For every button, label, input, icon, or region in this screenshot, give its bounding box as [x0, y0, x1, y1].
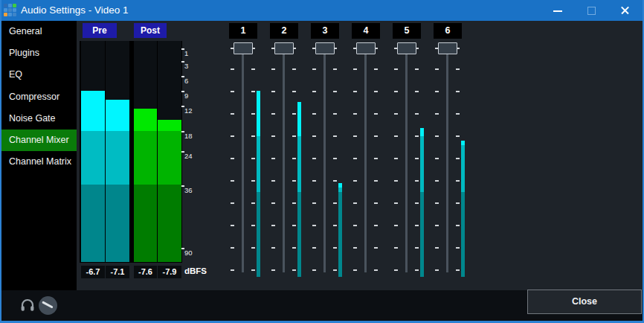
post-meter-column-2 — [158, 41, 181, 262]
channel-number-badge: 1 — [229, 23, 257, 39]
scale-tick-icon — [181, 61, 184, 63]
sidebar-item-compressor[interactable]: Compressor — [1, 86, 77, 108]
post-meter-column-1 — [134, 41, 157, 262]
tick-mark — [333, 91, 337, 92]
sidebar-item-eq[interactable]: EQ — [1, 64, 77, 86]
channel-strip-6: 6 — [428, 0, 468, 290]
minimize-icon — [553, 10, 562, 12]
tick-mark — [251, 113, 255, 115]
tick-mark — [292, 247, 296, 249]
tick-mark — [333, 180, 337, 182]
tick-mark — [456, 269, 460, 271]
fader-track[interactable] — [364, 48, 367, 272]
tick-mark — [394, 180, 398, 182]
title-bar[interactable]: Audio Settings - Video 1 — [0, 0, 644, 21]
tick-mark — [435, 158, 439, 159]
tick-mark — [271, 247, 275, 249]
maximize-button[interactable] — [579, 0, 604, 21]
sidebar-item-channel-matrix[interactable]: Channel Matrix — [1, 151, 77, 173]
tick-mark — [353, 180, 357, 182]
tick-mark — [271, 91, 275, 92]
tick-mark — [374, 247, 378, 249]
db-scale-label: 90 — [181, 248, 199, 257]
fader-track[interactable] — [242, 48, 244, 272]
monitor-volume-knob[interactable] — [39, 296, 57, 315]
tick-mark — [292, 135, 296, 137]
fader-handle[interactable] — [438, 42, 457, 54]
channel-number-badge: 5 — [393, 23, 421, 39]
tick-mark — [374, 202, 378, 204]
tick-mark — [394, 91, 398, 92]
tick-mark — [415, 135, 419, 137]
tick-mark — [312, 68, 316, 70]
tick-mark — [231, 225, 234, 226]
tick-mark — [435, 247, 439, 249]
sidebar-item-noise-gate[interactable]: Noise Gate — [1, 108, 77, 129]
tick-mark — [231, 113, 234, 115]
tick-mark — [251, 202, 255, 204]
db-scale-label: 36 — [181, 185, 199, 194]
window-close-button[interactable] — [612, 0, 637, 21]
tick-mark — [353, 202, 357, 204]
tick-mark — [415, 202, 419, 204]
tick-mark — [333, 113, 337, 115]
scale-tick-icon — [181, 91, 184, 92]
tick-mark — [292, 91, 296, 92]
channel-number-badge: 2 — [270, 23, 298, 39]
sidebar-item-channel-mixer[interactable]: Channel Mixer — [1, 129, 77, 151]
tick-mark — [435, 225, 439, 226]
fader-handle[interactable] — [234, 42, 253, 54]
tick-mark — [374, 91, 378, 92]
knob-pointer-icon — [42, 301, 53, 308]
tick-mark — [415, 68, 419, 70]
meter-readout: -7.9 — [158, 266, 181, 278]
tick-mark — [231, 269, 234, 271]
tick-mark — [415, 113, 419, 115]
tick-mark — [415, 225, 419, 226]
tick-mark — [271, 68, 275, 70]
tick-mark — [251, 91, 255, 92]
tick-mark — [415, 247, 419, 249]
tick-mark — [231, 135, 234, 137]
channel-level-meter — [297, 102, 301, 136]
tick-mark — [312, 225, 316, 226]
tick-mark — [456, 180, 460, 182]
footer-bar: Close — [1, 290, 643, 321]
tick-mark — [333, 158, 337, 159]
fader-track[interactable] — [323, 48, 326, 272]
tick-mark — [394, 225, 398, 226]
fader-handle[interactable] — [397, 42, 416, 54]
tick-mark — [415, 269, 419, 271]
tick-mark — [292, 225, 296, 226]
fader-handle[interactable] — [315, 42, 335, 54]
headphones-monitor-button[interactable] — [19, 297, 36, 313]
pre-meter-column-2 — [106, 41, 129, 262]
tick-mark — [271, 180, 275, 182]
tick-mark — [353, 247, 357, 249]
scale-tick-icon — [181, 76, 184, 77]
fader-handle[interactable] — [274, 42, 294, 54]
close-button[interactable]: Close — [527, 290, 642, 314]
tick-mark — [456, 247, 460, 249]
fader-track[interactable] — [283, 48, 285, 272]
tick-mark — [415, 180, 419, 182]
channel-number-badge: 3 — [311, 23, 339, 39]
tick-mark — [312, 113, 316, 115]
tick-mark — [271, 202, 275, 204]
minimize-button[interactable] — [545, 0, 570, 21]
sidebar-item-plugins[interactable]: Plugins — [1, 42, 77, 64]
tick-mark — [251, 247, 255, 249]
channel-number-badge: 4 — [352, 23, 380, 39]
tick-mark — [271, 135, 275, 137]
fader-handle[interactable] — [356, 42, 376, 54]
sidebar-item-general[interactable]: General — [1, 21, 77, 42]
maximize-icon — [587, 7, 596, 15]
fader-track[interactable] — [405, 48, 408, 272]
tick-mark — [456, 91, 460, 92]
tick-mark — [415, 158, 419, 159]
tick-mark — [271, 113, 275, 115]
tick-mark — [394, 113, 398, 115]
pre-meter-label: Pre — [83, 23, 117, 38]
fader-track[interactable] — [446, 48, 448, 272]
tick-mark — [251, 180, 255, 182]
